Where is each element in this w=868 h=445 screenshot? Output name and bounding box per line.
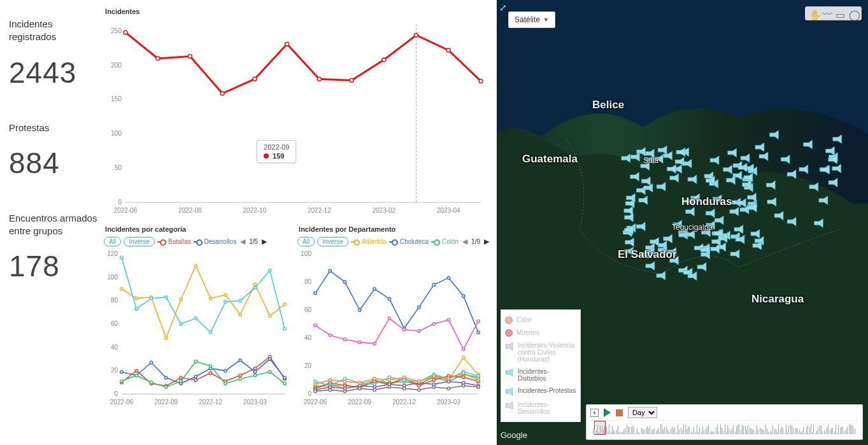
- circle-tool-icon[interactable]: ◯: [849, 9, 858, 18]
- timeline-expand-icon[interactable]: +: [590, 409, 599, 417]
- legend-item-choluteca[interactable]: Choluteca: [389, 238, 429, 245]
- svg-point-195: [343, 380, 346, 383]
- svg-point-207: [343, 390, 346, 392]
- svg-point-87: [135, 307, 138, 310]
- svg-text:60: 60: [111, 320, 118, 327]
- stat-protests: Protestas 884: [9, 122, 100, 180]
- svg-text:40: 40: [304, 334, 312, 341]
- map-pane[interactable]: ⤢ Satélite ▼ ✋ 〰 ▭ ◯ El Salvador Guatema…: [497, 0, 868, 445]
- dept-next-icon[interactable]: ▶: [483, 237, 490, 246]
- legend-item-desarrollos[interactable]: Desarrollos: [194, 238, 237, 245]
- svg-text:2022-09: 2022-09: [348, 399, 372, 406]
- map-legend-item[interactable]: Incidentes-Violencia contra Civiles (Hon…: [505, 339, 576, 365]
- svg-point-25: [479, 79, 483, 83]
- chart-tooltip: 2022-09 159: [257, 140, 296, 163]
- chevron-down-icon: ▼: [543, 17, 549, 23]
- svg-point-197: [373, 378, 376, 380]
- svg-text:100: 100: [301, 250, 311, 257]
- svg-point-194: [329, 379, 331, 381]
- legend-swatch-icon: [505, 316, 513, 324]
- svg-point-147: [343, 338, 346, 341]
- svg-point-90: [180, 323, 182, 325]
- svg-point-86: [120, 256, 123, 258]
- main-chart[interactable]: 0501001502002502022-062022-082022-102022…: [104, 19, 490, 216]
- svg-text:200: 200: [111, 62, 122, 69]
- svg-point-59: [253, 371, 256, 373]
- svg-point-83: [253, 283, 256, 285]
- legend-label: Incidentes-Violencia contra Civiles (Hon…: [518, 342, 576, 363]
- svg-point-16: [189, 55, 192, 59]
- timeline-unit-select[interactable]: Day: [628, 407, 657, 418]
- legend-item-atlantida[interactable]: Atlántida: [351, 238, 387, 245]
- map-legend-item[interactable]: Incidentes-Protestas: [505, 385, 576, 399]
- rect-tool-icon[interactable]: ▭: [836, 9, 844, 18]
- svg-point-214: [447, 387, 450, 390]
- lower-charts-row: Incidentes por categoría All Inverse Bat…: [104, 223, 490, 408]
- svg-point-73: [283, 382, 286, 385]
- svg-point-89: [165, 296, 167, 299]
- cat-inverse-button[interactable]: Inverse: [124, 237, 155, 246]
- timeline-stop-icon[interactable]: [616, 409, 623, 416]
- svg-point-216: [477, 386, 480, 388]
- svg-point-72: [269, 371, 271, 373]
- label-nicaragua: Nicaragua: [751, 293, 804, 306]
- legend-item-colon[interactable]: Colón: [431, 238, 459, 245]
- expand-icon[interactable]: ⤢: [499, 3, 507, 13]
- timeline-play-icon[interactable]: [604, 408, 611, 417]
- map-legend-item[interactable]: Incidentes-Disturbios: [505, 365, 576, 385]
- svg-point-128: [418, 306, 420, 308]
- stats-column: Incidentes registrados 2443 Protestas 88…: [9, 5, 100, 440]
- label-sula: Sula: [643, 156, 658, 165]
- svg-point-129: [432, 283, 435, 286]
- cat-prev-icon[interactable]: ◀: [239, 237, 246, 246]
- dept-chart-svg: 0204060801002022-062022-092022-122023-03: [297, 249, 483, 408]
- svg-point-57: [224, 369, 227, 372]
- svg-point-42: [180, 376, 182, 379]
- svg-point-60: [269, 358, 271, 360]
- cat-chart[interactable]: 0204060801001202022-062022-092022-122023…: [104, 249, 290, 408]
- lasso-tool-icon[interactable]: 〰: [822, 9, 831, 18]
- svg-point-119: [462, 357, 465, 359]
- dept-inverse-button[interactable]: Inverse: [317, 237, 348, 246]
- svg-point-46: [239, 374, 241, 376]
- map-legend[interactable]: CalorMuertesIncidentes-Violencia contra …: [501, 309, 581, 422]
- dept-all-button[interactable]: All: [297, 237, 315, 246]
- svg-point-39: [135, 369, 138, 372]
- svg-point-95: [253, 286, 256, 289]
- legend-label: Muertes: [516, 329, 539, 336]
- timeline[interactable]: + Day: [586, 404, 863, 440]
- svg-point-180: [477, 374, 480, 377]
- label-tegucigalpa: Tegucigalpa: [672, 223, 713, 232]
- svg-text:2022-06: 2022-06: [114, 207, 138, 214]
- svg-point-66: [180, 380, 182, 383]
- svg-point-68: [210, 365, 212, 367]
- svg-point-154: [447, 318, 450, 321]
- svg-point-208: [359, 387, 361, 390]
- dept-chart[interactable]: 0204060801002022-062022-092022-122023-03: [297, 249, 490, 408]
- svg-point-85: [283, 303, 286, 306]
- legend-item-batallas[interactable]: Batallas: [157, 238, 191, 245]
- cat-all-button[interactable]: All: [104, 237, 121, 246]
- map-type-button[interactable]: Satélite ▼: [508, 11, 555, 28]
- label-guatemala: Guatemala: [522, 153, 578, 166]
- legend-swatch-icon: [505, 368, 514, 377]
- cat-chart-title: Incidentes por categoría: [105, 225, 290, 233]
- map-legend-item[interactable]: Muertes: [505, 327, 576, 339]
- dept-prev-icon[interactable]: ◀: [461, 237, 469, 246]
- pan-tool-icon[interactable]: ✋: [809, 9, 818, 18]
- map-legend-item[interactable]: Incidentes-Desarrollos: [505, 399, 576, 418]
- label-belice: Belice: [592, 99, 624, 111]
- timeline-bars[interactable]: [590, 420, 858, 434]
- svg-text:0: 0: [118, 199, 122, 206]
- map-legend-item[interactable]: Calor: [505, 314, 576, 327]
- svg-point-153: [432, 323, 435, 325]
- svg-text:2022-08: 2022-08: [178, 207, 202, 214]
- left-pane: Incidentes registrados 2443 Protestas 88…: [0, 0, 497, 445]
- svg-text:20: 20: [111, 367, 118, 374]
- svg-point-196: [359, 381, 361, 384]
- cat-next-icon[interactable]: ▶: [260, 237, 268, 246]
- svg-point-123: [343, 281, 346, 283]
- legend-label: Incidentes-Disturbios: [518, 368, 576, 382]
- svg-point-204: [477, 379, 480, 381]
- svg-point-206: [329, 388, 331, 391]
